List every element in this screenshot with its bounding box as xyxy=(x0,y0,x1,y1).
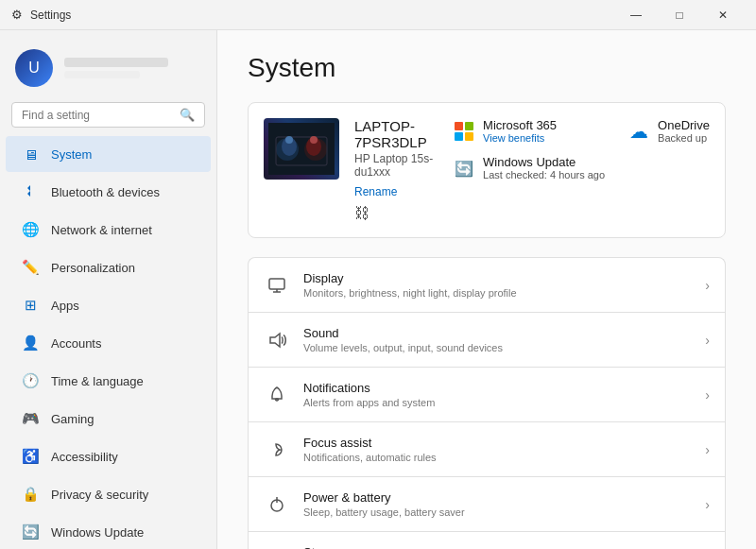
sidebar-item-label-accessibility: Accessibility xyxy=(51,450,118,464)
service-winupdate-details: Windows Update Last checked: 4 hours ago xyxy=(483,155,605,180)
power-chevron: › xyxy=(705,497,710,512)
search-icon: 🔍 xyxy=(180,108,195,122)
sidebar-item-bluetooth[interactable]: Bluetooth & devices xyxy=(6,174,211,210)
device-name: LAPTOP-7PSR3DLP xyxy=(354,118,438,150)
settings-item-sound[interactable]: Sound Volume levels, output, input, soun… xyxy=(248,312,726,367)
update-icon: 🔄 xyxy=(21,523,40,541)
settings-text-sound: Sound Volume levels, output, input, soun… xyxy=(303,326,692,353)
settings-gear-icon: ⚙ xyxy=(11,8,23,22)
device-info: LAPTOP-7PSR3DLP HP Laptop 15s-du1xxx Ren… xyxy=(354,118,438,222)
service-onedrive-details: OneDrive Backed up xyxy=(658,118,710,144)
sound-title: Sound xyxy=(303,326,692,340)
display-title: Display xyxy=(303,271,692,285)
sidebar-item-accounts[interactable]: 👤 Accounts xyxy=(6,325,211,361)
settings-list: Display Monitors, brightness, night ligh… xyxy=(248,257,726,549)
privacy-icon: 🔒 xyxy=(21,485,40,504)
bluetooth-icon xyxy=(21,182,40,201)
display-icon xyxy=(264,272,290,299)
display-desc: Monitors, brightness, night light, displ… xyxy=(303,287,692,299)
sidebar: U 🔍 🖥 System Bluetooth & devices xyxy=(0,30,217,549)
sidebar-item-label-apps: Apps xyxy=(51,299,79,313)
sidebar-item-network[interactable]: 🌐 Network & internet xyxy=(6,212,211,248)
winupdate-icon: 🔄 xyxy=(453,157,475,180)
personalization-icon: ✏️ xyxy=(21,258,40,277)
onedrive-name: OneDrive xyxy=(658,118,710,132)
sidebar-item-apps[interactable]: ⊞ Apps xyxy=(6,287,211,323)
device-services: Microsoft 365 View benefits 🔄 Windows Up… xyxy=(453,118,710,180)
storage-icon xyxy=(264,546,290,550)
ms365-status[interactable]: View benefits xyxy=(483,132,557,144)
sidebar-item-label-accounts: Accounts xyxy=(51,336,101,351)
network-icon: 🌐 xyxy=(21,220,40,239)
accessibility-icon: ♿ xyxy=(21,447,40,466)
focus-icon xyxy=(264,437,290,463)
sidebar-item-time[interactable]: 🕐 Time & language xyxy=(6,363,211,399)
avatar-letter: U xyxy=(28,60,40,77)
apps-icon: ⊞ xyxy=(21,296,40,315)
settings-text-notifications: Notifications Alerts from apps and syste… xyxy=(303,381,692,408)
focus-chevron: › xyxy=(705,442,710,457)
page-title: System xyxy=(248,53,726,83)
onedrive-status: Backed up xyxy=(658,132,710,144)
settings-text-power: Power & battery Sleep, battery usage, ba… xyxy=(303,490,692,518)
winupdate-name: Windows Update xyxy=(483,155,605,169)
user-name xyxy=(64,58,168,67)
maximize-button[interactable]: □ xyxy=(658,0,701,30)
power-title: Power & battery xyxy=(303,490,692,505)
sidebar-item-label-time: Time & language xyxy=(51,374,144,388)
svg-point-7 xyxy=(310,136,318,144)
focus-title: Focus assist xyxy=(303,436,692,450)
device-link-icon: ⛓ xyxy=(354,205,438,222)
ms365-icon xyxy=(453,120,475,143)
main-content: System xyxy=(217,30,756,549)
settings-item-display[interactable]: Display Monitors, brightness, night ligh… xyxy=(248,257,726,312)
notifications-chevron: › xyxy=(705,387,710,403)
app-container: U 🔍 🖥 System Bluetooth & devices xyxy=(0,30,756,549)
winupdate-status: Last checked: 4 hours ago xyxy=(483,169,605,180)
storage-title: Storage xyxy=(303,545,692,549)
svg-point-6 xyxy=(285,136,293,144)
sound-desc: Volume levels, output, input, sound devi… xyxy=(303,342,692,353)
minimize-button[interactable]: — xyxy=(614,0,658,30)
device-model: HP Laptop 15s-du1xxx xyxy=(354,152,438,179)
settings-item-notifications[interactable]: Notifications Alerts from apps and syste… xyxy=(248,367,726,421)
svg-rect-8 xyxy=(269,279,284,289)
notifications-desc: Alerts from apps and system xyxy=(303,397,692,408)
title-bar-controls: — □ ✕ xyxy=(614,0,745,30)
sidebar-item-label-update: Windows Update xyxy=(51,525,144,540)
settings-item-storage[interactable]: Storage Storage space, drives, configura… xyxy=(248,531,726,549)
sidebar-item-gaming[interactable]: 🎮 Gaming xyxy=(6,401,211,437)
search-box[interactable]: 🔍 xyxy=(11,102,205,128)
sidebar-item-label-network: Network & internet xyxy=(51,223,152,237)
user-section: U xyxy=(0,42,216,98)
title-bar: ⚙ Settings — □ ✕ xyxy=(0,0,756,30)
settings-text-storage: Storage Storage space, drives, configura… xyxy=(303,545,692,549)
settings-text-display: Display Monitors, brightness, night ligh… xyxy=(303,271,692,299)
svg-marker-11 xyxy=(270,334,280,347)
device-image xyxy=(264,118,339,180)
service-ms365: Microsoft 365 View benefits xyxy=(453,118,605,144)
sidebar-item-system[interactable]: 🖥 System xyxy=(6,136,211,172)
notifications-title: Notifications xyxy=(303,381,692,395)
settings-item-power[interactable]: Power & battery Sleep, battery usage, ba… xyxy=(248,476,726,531)
sidebar-item-update[interactable]: 🔄 Windows Update xyxy=(6,514,211,549)
settings-text-focus: Focus assist Notifications, automatic ru… xyxy=(303,436,692,463)
search-input[interactable] xyxy=(22,109,172,122)
device-rename-link[interactable]: Rename xyxy=(354,185,397,198)
sidebar-item-label-personalization: Personalization xyxy=(51,261,135,275)
sound-chevron: › xyxy=(705,333,710,348)
avatar: U xyxy=(15,49,53,87)
sidebar-item-accessibility[interactable]: ♿ Accessibility xyxy=(6,438,211,474)
device-card: LAPTOP-7PSR3DLP HP Laptop 15s-du1xxx Ren… xyxy=(248,102,726,238)
notifications-icon xyxy=(264,382,290,408)
service-onedrive: ☁ OneDrive Backed up xyxy=(627,118,710,144)
sidebar-item-label-gaming: Gaming xyxy=(51,412,94,426)
display-chevron: › xyxy=(705,278,710,293)
accounts-icon: 👤 xyxy=(21,334,40,352)
settings-item-focus[interactable]: Focus assist Notifications, automatic ru… xyxy=(248,421,726,476)
sidebar-item-privacy[interactable]: 🔒 Privacy & security xyxy=(6,476,211,512)
close-button[interactable]: ✕ xyxy=(701,0,745,30)
time-icon: 🕐 xyxy=(21,371,40,390)
user-info xyxy=(64,58,168,78)
sidebar-item-personalization[interactable]: ✏️ Personalization xyxy=(6,249,211,285)
